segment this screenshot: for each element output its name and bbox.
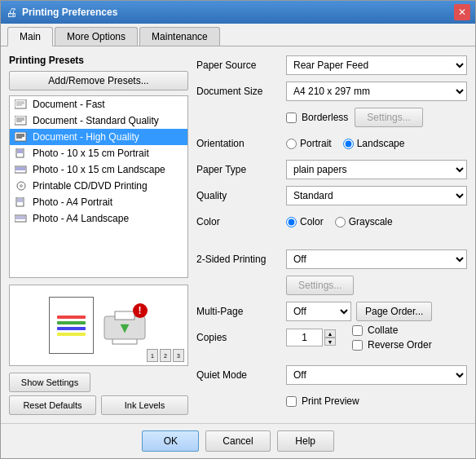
two-sided-control: Off Short Edge Long Edge	[286, 249, 467, 269]
borderless-control: Borderless Settings...	[286, 108, 467, 127]
ok-button[interactable]: OK	[142, 430, 199, 452]
paper-type-row: Paper Type plain papers Matte	[196, 159, 467, 180]
document-size-row: Document Size A4 210 x 297 mm	[196, 81, 467, 102]
quiet-mode-select[interactable]: Off On	[286, 365, 467, 385]
preset-label-standard: Document - Standard Quality	[33, 115, 159, 126]
orientation-label: Orientation	[196, 138, 286, 149]
preset-item-photo-portrait[interactable]: Photo - 10 x 15 cm Portrait	[10, 145, 187, 161]
add-remove-presets-button[interactable]: Add/Remove Presets...	[9, 71, 188, 90]
preset-item-standard[interactable]: Document - Standard Quality	[10, 113, 187, 129]
two-sided-settings-control: Settings...	[286, 276, 467, 295]
collate-label: Collate	[368, 324, 398, 336]
preset-label-photo-portrait: Photo - 10 x 15 cm Portrait	[33, 148, 149, 159]
preset-item-high-quality[interactable]: Document - High Quality	[10, 129, 187, 145]
preset-label-fast: Document - Fast	[33, 99, 105, 110]
print-preview-control: Print Preview	[286, 395, 467, 407]
preset-item-photo-a4-portrait[interactable]: Photo - A4 Portrait	[10, 194, 187, 210]
bottom-buttons: Show Settings	[9, 373, 188, 392]
presets-list[interactable]: Document - Fast Document - Standard Qual…	[9, 95, 188, 278]
preset-icon-fast	[15, 99, 28, 109]
help-button[interactable]: Help	[277, 430, 334, 452]
quiet-mode-control: Off On	[286, 365, 467, 385]
print-preview-checkbox[interactable]	[286, 396, 297, 407]
preset-item-photo-a4-landscape[interactable]: Photo - A4 Landscape	[10, 210, 187, 227]
grayscale-label: Grayscale	[349, 216, 393, 227]
portrait-label: Portrait	[300, 138, 332, 149]
landscape-radio[interactable]	[343, 139, 354, 149]
color-control: Color Grayscale	[286, 216, 467, 227]
left-panel: Printing Presets Add/Remove Presets... D…	[9, 55, 188, 415]
tab-maintenance[interactable]: Maintenance	[139, 27, 220, 46]
print-preview-checkbox-row: Print Preview	[286, 395, 467, 407]
landscape-option: Landscape	[343, 138, 405, 149]
grayscale-option: Grayscale	[335, 216, 393, 227]
color-radio-label: Color	[300, 216, 324, 227]
color-radio[interactable]	[286, 217, 297, 227]
copies-decrement-button[interactable]: ▼	[324, 338, 336, 346]
color-label: Color	[196, 216, 286, 227]
paper-source-label: Paper Source	[196, 60, 286, 71]
preset-item-fast[interactable]: Document - Fast	[10, 96, 187, 113]
multipage-control: Off 2-Up Page Order...	[286, 302, 467, 321]
multipage-select[interactable]: Off 2-Up	[286, 302, 351, 321]
preset-label-cd-dvd: Printable CD/DVD Printing	[33, 180, 148, 192]
orientation-radio-group: Portrait Landscape	[286, 138, 467, 149]
orientation-row: Orientation Portrait Landscape	[196, 133, 467, 154]
paper-source-select[interactable]: Rear Paper Feed Sheet Feeder	[286, 55, 467, 75]
paper-type-label: Paper Type	[196, 164, 286, 175]
copies-increment-button[interactable]: ▲	[324, 329, 336, 338]
print-preview-label: Print Preview	[302, 395, 359, 407]
borderless-checkbox[interactable]	[286, 113, 297, 123]
content-area: Printing Presets Add/Remove Presets... D…	[1, 46, 475, 423]
multipage-controls: Off 2-Up Page Order...	[286, 302, 467, 321]
ink-levels-button[interactable]: Ink Levels	[101, 395, 188, 415]
portrait-radio[interactable]	[286, 139, 297, 149]
document-size-select[interactable]: A4 210 x 297 mm	[286, 82, 467, 101]
copy-icon-1: 1	[147, 349, 158, 362]
two-sided-label: 2-Sided Printing	[196, 254, 286, 265]
two-sided-settings-button[interactable]: Settings...	[286, 276, 354, 295]
quiet-mode-row: Quiet Mode Off On	[196, 364, 467, 386]
borderless-settings-button[interactable]: Settings...	[355, 108, 422, 127]
copies-label: Copies	[196, 332, 286, 343]
tab-main[interactable]: Main	[7, 27, 53, 46]
quality-label: Quality	[196, 190, 286, 201]
quality-select[interactable]: Standard Best Draft	[286, 186, 467, 205]
collate-checkbox[interactable]	[352, 325, 363, 336]
orientation-control: Portrait Landscape	[286, 138, 467, 149]
preset-item-cd-dvd[interactable]: Printable CD/DVD Printing	[10, 178, 187, 194]
preset-icon-photo-portrait	[15, 148, 28, 158]
multipage-label: Multi-Page	[196, 306, 286, 317]
multipage-row: Multi-Page Off 2-Up Page Order...	[196, 301, 467, 322]
preset-item-photo-landscape[interactable]: Photo - 10 x 15 cm Landscape	[10, 161, 187, 178]
copies-row: Copies ▲ ▼ Colla	[196, 327, 467, 348]
borderless-label: Borderless	[302, 112, 348, 123]
copies-spinner: ▲ ▼	[286, 329, 336, 346]
paper-source-control: Rear Paper Feed Sheet Feeder	[286, 55, 467, 75]
spinner-buttons: ▲ ▼	[324, 329, 336, 346]
close-button[interactable]: ✕	[454, 4, 470, 20]
preview-area: ! 1 2 3	[9, 285, 188, 366]
printer-preview: !	[100, 302, 149, 349]
two-sided-select[interactable]: Off Short Edge Long Edge	[286, 249, 467, 269]
copies-input[interactable]	[286, 329, 323, 346]
collate-group: Collate Reverse Order	[352, 324, 432, 351]
paper-source-row: Paper Source Rear Paper Feed Sheet Feede…	[196, 55, 467, 76]
quality-row: Quality Standard Best Draft	[196, 185, 467, 206]
bottom-buttons-2: Reset Defaults Ink Levels	[9, 395, 188, 415]
paper-type-select[interactable]: plain papers Matte	[286, 160, 467, 179]
preset-icon-high-quality	[15, 132, 28, 142]
two-sided-settings-row: Settings...	[196, 275, 467, 296]
preview-paper	[49, 297, 94, 354]
presets-title: Printing Presets	[9, 55, 188, 66]
tab-bar: Main More Options Maintenance	[1, 24, 475, 46]
reverse-order-checkbox[interactable]	[352, 340, 363, 351]
preset-label-photo-a4-portrait: Photo - A4 Portrait	[33, 196, 112, 208]
preset-icon-photo-a4-landscape	[15, 214, 28, 223]
tab-more-options[interactable]: More Options	[55, 27, 138, 46]
page-order-button[interactable]: Page Order...	[356, 302, 432, 321]
cancel-button[interactable]: Cancel	[205, 430, 270, 452]
grayscale-radio[interactable]	[335, 217, 346, 227]
show-settings-button[interactable]: Show Settings	[9, 373, 90, 392]
reset-defaults-button[interactable]: Reset Defaults	[9, 395, 96, 415]
